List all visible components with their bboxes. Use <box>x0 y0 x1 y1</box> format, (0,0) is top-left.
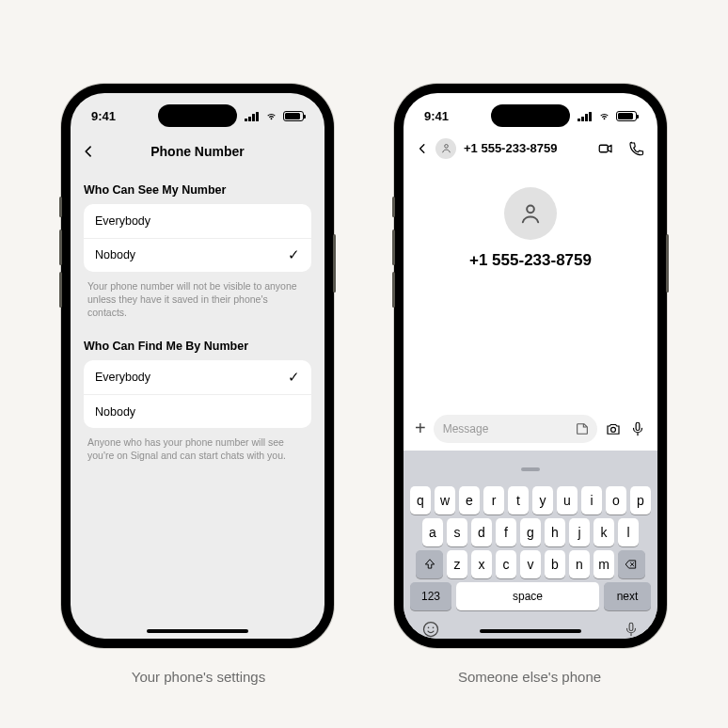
next-key[interactable]: next <box>604 582 651 610</box>
key-j[interactable]: j <box>569 518 591 546</box>
avatar-small[interactable] <box>435 138 456 159</box>
side-button <box>59 197 62 217</box>
volume-down-button <box>392 272 395 308</box>
key-z[interactable]: z <box>447 550 468 578</box>
space-key[interactable]: space <box>456 582 599 610</box>
key-p[interactable]: p <box>630 486 652 514</box>
contact-title[interactable]: +1 555-233-8759 <box>464 141 590 155</box>
key-e[interactable]: e <box>459 486 481 514</box>
key-o[interactable]: o <box>606 486 627 514</box>
avatar-large[interactable] <box>504 187 557 240</box>
key-l[interactable]: l <box>618 518 640 546</box>
back-button[interactable] <box>417 142 428 155</box>
shift-icon <box>423 558 436 571</box>
see-options-group: Everybody Nobody ✓ <box>84 204 311 272</box>
svg-point-3 <box>611 427 616 432</box>
attach-button[interactable]: + <box>415 418 426 439</box>
message-input[interactable]: Message <box>434 415 597 443</box>
option-find-everybody[interactable]: Everybody ✓ <box>84 360 311 394</box>
key-c[interactable]: c <box>496 550 517 578</box>
key-f[interactable]: f <box>496 518 517 546</box>
option-label: Everybody <box>95 371 150 384</box>
key-x[interactable]: x <box>471 550 493 578</box>
section-title-see: Who Can See My Number <box>84 183 311 197</box>
svg-point-2 <box>527 205 534 213</box>
camera-button[interactable] <box>605 420 622 437</box>
home-indicator[interactable] <box>480 629 581 633</box>
autocomplete-bar <box>406 456 655 483</box>
sticker-button[interactable] <box>575 421 590 436</box>
home-indicator[interactable] <box>147 629 248 633</box>
audio-call-button[interactable] <box>627 140 644 157</box>
key-k[interactable]: k <box>593 518 615 546</box>
battery-icon <box>616 111 637 121</box>
nav-bar: Phone Number <box>71 136 324 166</box>
mic-button[interactable] <box>629 420 646 437</box>
contact-display-number: +1 555-233-8759 <box>404 251 657 270</box>
emoji-icon <box>421 620 440 639</box>
status-time: 9:41 <box>91 109 116 123</box>
key-m[interactable]: m <box>593 550 615 578</box>
checkmark-icon: ✓ <box>288 369 300 386</box>
key-r[interactable]: r <box>483 486 505 514</box>
chat-body: +1 555-233-8759 <box>404 166 657 270</box>
svg-point-0 <box>444 145 448 149</box>
option-see-nobody[interactable]: Nobody ✓ <box>84 238 311 272</box>
key-b[interactable]: b <box>545 550 566 578</box>
dictate-key[interactable] <box>623 620 640 639</box>
wifi-icon <box>264 111 278 121</box>
key-v[interactable]: v <box>520 550 542 578</box>
video-icon <box>597 140 614 157</box>
find-options-group: Everybody ✓ Nobody <box>84 360 311 428</box>
svg-point-6 <box>428 626 430 628</box>
phone-settings: 9:41 Phone Number Who Can See My Number … <box>61 84 334 648</box>
key-s[interactable]: s <box>447 518 468 546</box>
key-a[interactable]: a <box>422 518 444 546</box>
dynamic-island <box>158 104 237 127</box>
power-button <box>666 234 669 293</box>
svg-point-7 <box>433 626 435 628</box>
svg-rect-8 <box>629 623 633 630</box>
option-label: Everybody <box>95 214 150 228</box>
volume-up-button <box>392 229 395 265</box>
key-w[interactable]: w <box>435 486 456 514</box>
key-n[interactable]: n <box>569 550 591 578</box>
checkmark-icon: ✓ <box>288 246 300 263</box>
backspace-key[interactable] <box>618 550 645 578</box>
option-see-everybody[interactable]: Everybody <box>84 204 311 238</box>
cellular-icon <box>578 112 593 121</box>
key-u[interactable]: u <box>557 486 578 514</box>
backspace-icon <box>624 558 639 571</box>
key-t[interactable]: t <box>508 486 530 514</box>
nav-title: Phone Number <box>71 144 324 159</box>
person-icon <box>440 142 452 154</box>
wifi-icon <box>597 111 611 121</box>
composer: + Message <box>404 409 657 451</box>
key-q[interactable]: q <box>410 486 432 514</box>
emoji-key[interactable] <box>421 620 440 639</box>
volume-down-button <box>59 272 62 308</box>
option-find-nobody[interactable]: Nobody <box>84 394 311 428</box>
video-call-button[interactable] <box>597 140 614 157</box>
shift-key[interactable] <box>416 550 443 578</box>
numbers-key[interactable]: 123 <box>410 582 451 610</box>
option-label: Nobody <box>95 248 135 261</box>
caption-left: Your phone's settings <box>63 669 334 685</box>
power-button <box>333 234 336 293</box>
person-icon <box>517 200 544 227</box>
svg-rect-1 <box>599 145 608 152</box>
helper-see: Your phone number will not be visible to… <box>84 272 311 320</box>
mic-icon <box>629 420 646 437</box>
key-i[interactable]: i <box>581 486 603 514</box>
status-time: 9:41 <box>424 109 449 123</box>
camera-icon <box>605 420 622 437</box>
mic-icon <box>623 620 640 639</box>
key-g[interactable]: g <box>520 518 542 546</box>
key-d[interactable]: d <box>471 518 493 546</box>
key-y[interactable]: y <box>532 486 554 514</box>
phone-icon <box>627 140 644 157</box>
key-h[interactable]: h <box>545 518 566 546</box>
helper-find: Anyone who has your phone number will se… <box>84 428 311 462</box>
volume-up-button <box>59 229 62 265</box>
battery-icon <box>283 111 304 121</box>
